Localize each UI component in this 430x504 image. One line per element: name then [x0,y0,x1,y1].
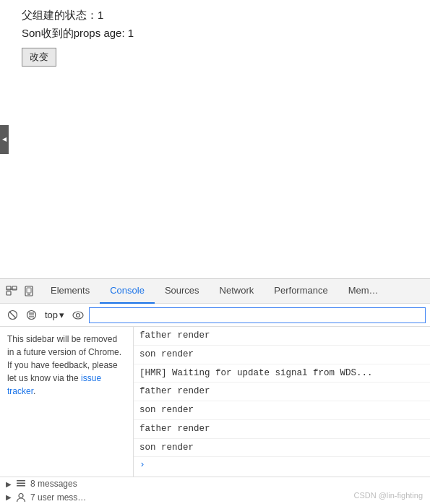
user-icon [16,492,26,503]
console-body: This sidebar will be removed in a future… [0,327,430,477]
user-messages-label: 7 user mess… [30,492,86,503]
tab-more[interactable]: Mem… [338,279,389,304]
console-sidebar: This sidebar will be removed in a future… [0,327,134,477]
messages-expand-arrow: ▶ [6,480,12,488]
console-message-1: father render [134,327,430,346]
props-line: Son收到的props age: 1 [22,27,418,40]
dropdown-arrow: ▾ [59,309,64,320]
svg-point-14 [77,313,80,317]
csdn-watermark: CSDN @lin-fighting [353,491,423,500]
console-toolbar: top ▾ [0,304,430,327]
console-chevron[interactable]: › [134,457,430,472]
console-bottom-bar: ▶ 8 messages ▶ 7 user mess… [0,477,430,504]
svg-rect-15 [17,480,25,482]
eye-icon[interactable] [70,307,86,323]
sidebar-warning-text: This sidebar will be removed in a future… [7,333,126,398]
left-sidebar-arrow[interactable] [0,125,9,154]
console-message-7: son render [134,439,430,458]
messages-count-row[interactable]: ▶ 8 messages [0,477,430,491]
tab-sources[interactable]: Sources [155,279,210,304]
tab-console[interactable]: Console [100,279,155,304]
top-label: top [45,309,58,320]
console-message-6: father render [134,420,430,439]
clear-console-icon[interactable] [4,307,20,323]
console-filter-input[interactable] [89,307,426,323]
devtools-tab-bar: Elements Console Sources Network Perform… [0,279,430,304]
device-icon[interactable] [22,284,36,299]
svg-rect-16 [17,483,25,484]
svg-rect-6 [27,288,31,293]
console-messages-pane: father render son render [HMR] Waiting f… [134,327,430,477]
svg-line-8 [9,312,16,318]
main-content: 父组建的状态：1 Son收到的props age: 1 改变 [0,0,430,278]
state-line: 父组建的状态：1 [22,9,418,22]
user-messages-expand-arrow: ▶ [6,493,12,501]
console-message-2: son render [134,346,430,364]
tab-elements[interactable]: Elements [40,279,100,304]
filter-icon[interactable] [23,307,39,323]
svg-point-18 [19,493,23,497]
svg-point-13 [73,312,83,319]
svg-rect-2 [7,291,11,295]
change-button[interactable]: 改变 [22,48,56,67]
list-icon [16,479,26,489]
devtools-icon-group [0,284,40,299]
console-message-4: father render [134,383,430,401]
svg-rect-17 [17,485,25,487]
tab-performance[interactable]: Performance [264,279,337,304]
console-message-5: son render [134,401,430,420]
inspect-icon[interactable] [4,284,19,299]
top-selector[interactable]: top ▾ [42,308,67,322]
console-message-3: [HMR] Waiting for update signal from WDS… [134,364,430,383]
messages-count-label: 8 messages [30,479,77,489]
devtools-panel: Elements Console Sources Network Perform… [0,278,430,504]
tab-network[interactable]: Network [210,279,265,304]
